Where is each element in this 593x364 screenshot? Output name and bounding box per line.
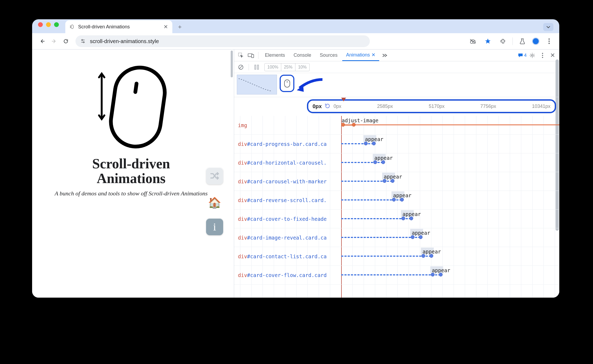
browser-toolbar: scroll-driven-animations.style <box>32 33 559 49</box>
svg-rect-22 <box>255 65 256 69</box>
animation-name: appear <box>384 174 402 180</box>
track-selector: div#card-image-reveal.card.ca <box>234 235 341 241</box>
ruler-current: 0px <box>313 103 322 109</box>
track-lane[interactable]: appear <box>341 247 559 266</box>
animation-name: adjust-image <box>342 117 378 123</box>
animation-track[interactable]: div#card-horizontal-carousel.appear <box>234 153 559 172</box>
profile-avatar[interactable] <box>532 37 539 45</box>
pause-icon[interactable] <box>253 63 261 71</box>
timeline-ruler: 0px 0px 2585px 5170px 7756px 10341px <box>234 97 559 116</box>
svg-rect-24 <box>284 80 290 87</box>
animation-track[interactable]: div#card-cover-flow.card.cardappear <box>234 266 559 285</box>
messages-badge[interactable]: 4 <box>518 53 527 58</box>
close-devtools-icon[interactable]: ✕ <box>548 51 557 60</box>
tabs-dropdown-button[interactable] <box>543 23 553 31</box>
page-content: Scroll-drivenAnimations A bunch of demos… <box>32 50 230 298</box>
track-selector: img <box>234 122 341 128</box>
tab-sources[interactable]: Sources <box>316 50 341 61</box>
ruler-reset-icon[interactable] <box>324 103 331 110</box>
ruler-ticks: 0px 2585px 5170px 7756px 10341px <box>333 104 550 109</box>
address-bar[interactable]: scroll-driven-animations.style <box>75 35 370 47</box>
track-selector: div#card-contact-list.card.ca <box>234 253 341 259</box>
shuffle-button[interactable] <box>206 167 223 184</box>
page-title: Scroll-drivenAnimations <box>40 157 222 186</box>
svg-point-3 <box>82 39 83 40</box>
devtools-tabbar: Elements Console Sources Animations ✕ 4 … <box>234 50 559 61</box>
reload-button[interactable] <box>60 36 71 47</box>
browser-tab[interactable]: Scroll-driven Animations ✕ <box>65 20 172 33</box>
page-subtitle: A bunch of demos and tools to show off S… <box>40 189 222 198</box>
extensions-icon[interactable] <box>497 36 508 47</box>
animation-track[interactable]: div#card-progress-bar.card.caappear <box>234 135 559 153</box>
track-lane[interactable]: appear <box>341 228 559 247</box>
playhead-icon[interactable] <box>341 98 346 102</box>
svg-rect-0 <box>71 25 73 29</box>
site-settings-icon[interactable] <box>80 38 86 44</box>
svg-point-6 <box>470 41 473 43</box>
svg-point-19 <box>542 57 543 58</box>
animation-name: appear <box>374 155 393 161</box>
tab-animations[interactable]: Animations ✕ <box>342 50 379 61</box>
animation-name: appear <box>432 267 450 273</box>
devtools-panel: Elements Console Sources Animations ✕ 4 … <box>234 50 559 298</box>
divider <box>258 52 259 59</box>
animation-name: appear <box>423 249 441 255</box>
svg-point-10 <box>549 41 550 42</box>
hero-mouse-icon <box>87 63 175 149</box>
svg-rect-23 <box>257 65 259 69</box>
incognito-icon[interactable] <box>467 36 478 47</box>
close-window-icon[interactable] <box>38 22 43 27</box>
track-selector: div#card-horizontal-carousel. <box>234 160 341 166</box>
window-controls <box>38 19 65 33</box>
animations-toolbar: 100% 25% 10% <box>234 61 559 73</box>
inspect-icon[interactable] <box>236 51 245 60</box>
back-button[interactable] <box>37 36 48 47</box>
close-tab-icon[interactable]: ✕ <box>164 24 168 30</box>
track-selector: div#card-cover-flow.card.card <box>234 272 341 278</box>
track-lane[interactable]: appear <box>341 153 559 172</box>
url-text: scroll-driven-animations.style <box>90 38 159 44</box>
playback-speed[interactable]: 100% 25% 10% <box>264 63 310 71</box>
speed-10[interactable]: 10% <box>295 63 309 71</box>
tab-console[interactable]: Console <box>290 50 315 61</box>
more-tabs-icon[interactable] <box>380 51 389 60</box>
animation-group-thumb[interactable] <box>237 75 277 94</box>
animation-track[interactable]: div#card-reverse-scroll.card.appear <box>234 191 559 210</box>
device-toolbar-icon[interactable] <box>246 51 256 60</box>
forward-button[interactable] <box>49 36 59 47</box>
speed-25[interactable]: 25% <box>281 63 295 71</box>
settings-icon[interactable] <box>528 51 537 60</box>
track-selector: div#card-progress-bar.card.ca <box>234 141 341 147</box>
animation-track[interactable]: div#card-contact-list.card.caappear <box>234 247 559 266</box>
kebab-icon[interactable] <box>538 51 547 60</box>
menu-icon[interactable] <box>544 36 554 47</box>
track-lane[interactable]: appear <box>341 191 559 209</box>
svg-rect-15 <box>252 54 254 58</box>
tab-elements[interactable]: Elements <box>261 50 289 61</box>
info-button[interactable]: i <box>206 218 223 235</box>
clear-icon[interactable] <box>237 63 245 71</box>
minimize-window-icon[interactable] <box>46 22 51 27</box>
speed-100[interactable]: 100% <box>265 63 281 71</box>
favicon-icon <box>70 24 75 29</box>
animation-tracks: imgadjust-imagediv#card-progress-bar.car… <box>234 116 559 298</box>
bookmark-star-icon[interactable] <box>482 36 493 47</box>
track-lane[interactable]: appear <box>341 135 559 153</box>
svg-point-18 <box>542 55 543 56</box>
close-panel-icon[interactable]: ✕ <box>371 52 375 58</box>
animation-track[interactable]: div#card-carousel-with-markerappear <box>234 172 559 191</box>
animation-track[interactable]: div#card-cover-to-fixed-headeappear <box>234 210 559 228</box>
divider <box>249 64 249 70</box>
track-lane[interactable]: adjust-image <box>341 116 559 134</box>
home-button[interactable]: 🏠 <box>206 194 223 211</box>
new-tab-button[interactable]: ＋ <box>174 21 185 32</box>
devtools-resize-handle[interactable] <box>230 50 234 298</box>
track-lane[interactable]: appear <box>341 266 559 284</box>
animation-track[interactable]: imgadjust-image <box>234 116 559 135</box>
maximize-window-icon[interactable] <box>54 22 59 27</box>
svg-point-5 <box>83 42 84 43</box>
track-lane[interactable]: appear <box>341 210 559 228</box>
track-lane[interactable]: appear <box>341 172 559 191</box>
labs-icon[interactable] <box>517 36 528 47</box>
animation-track[interactable]: div#card-image-reveal.card.caappear <box>234 228 559 247</box>
